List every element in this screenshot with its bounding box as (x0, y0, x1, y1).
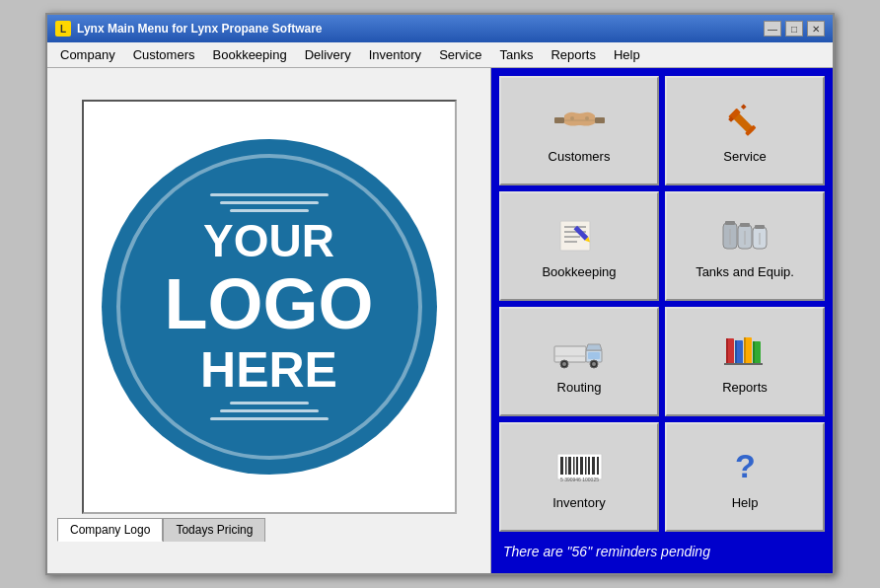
svg-point-31 (592, 362, 596, 366)
reports-button[interactable]: Reports (665, 307, 825, 416)
bookkeeping-button[interactable]: Bookkeeping (499, 191, 659, 301)
logo-line-1 (210, 193, 329, 196)
title-controls: — □ ✕ (764, 21, 825, 37)
tab-todays-pricing[interactable]: Todays Pricing (163, 518, 265, 542)
inventory-button[interactable]: 5 390946 100025 Inventory (499, 422, 659, 532)
logo-line-3 (230, 209, 309, 212)
customers-button[interactable]: Customers (499, 76, 659, 185)
button-grid: Customers (499, 76, 825, 532)
logo-line-2 (220, 201, 319, 204)
customers-icon (550, 99, 609, 143)
logo-your: YOUR (165, 216, 374, 266)
svg-rect-40 (744, 337, 746, 364)
svg-rect-19 (725, 221, 735, 225)
menu-item-tanks[interactable]: Tanks (490, 43, 542, 66)
svg-rect-32 (588, 352, 600, 359)
reports-icon (715, 330, 774, 374)
svg-rect-51 (588, 457, 590, 475)
logo-logo: LOGO (165, 265, 374, 343)
logo-line-4 (230, 402, 309, 404)
title-bar-left: L Lynx Main Menu for Lynx Propane Softwa… (55, 21, 322, 37)
logo-text: YOUR LOGO HERE (165, 216, 374, 399)
title-bar: L Lynx Main Menu for Lynx Propane Softwa… (47, 15, 833, 42)
menu-item-delivery[interactable]: Delivery (296, 43, 360, 66)
menu-item-service[interactable]: Service (430, 43, 490, 66)
logo-lines-bottom (210, 402, 329, 420)
svg-text:?: ? (735, 447, 756, 484)
help-label: Help (732, 495, 759, 510)
reports-label: Reports (722, 380, 768, 395)
svg-rect-47 (573, 457, 575, 475)
logo-container: YOUR LOGO HERE (82, 100, 457, 514)
bookkeeping-icon (550, 214, 609, 258)
svg-rect-39 (735, 340, 737, 364)
menu-item-company[interactable]: Company (51, 43, 124, 66)
svg-marker-27 (586, 344, 602, 350)
maximize-button[interactable]: □ (785, 21, 803, 37)
app-icon: L (55, 21, 71, 37)
svg-rect-50 (585, 457, 587, 475)
svg-point-3 (585, 116, 589, 120)
tanks-label: Tanks and Equip. (696, 264, 794, 279)
logo-circle: YOUR LOGO HERE (102, 139, 437, 475)
reminders-text: There are "56" reminders pending (499, 538, 825, 565)
svg-rect-44 (560, 457, 563, 475)
tanks-icon (715, 214, 774, 258)
window-title: Lynx Main Menu for Lynx Propane Software (77, 22, 322, 36)
svg-rect-53 (597, 457, 599, 475)
menu-item-reports[interactable]: Reports (542, 43, 605, 66)
tab-company-logo[interactable]: Company Logo (57, 518, 163, 542)
help-button[interactable]: ? Help (665, 422, 825, 532)
svg-rect-41 (753, 341, 755, 364)
menu-item-customers[interactable]: Customers (124, 43, 204, 66)
svg-rect-25 (554, 346, 586, 362)
menu-bar: CompanyCustomersBookkeepingDeliveryInven… (47, 42, 833, 68)
logo-panel: YOUR LOGO HERE Company Logo Todays Prici… (47, 68, 491, 573)
service-icon (715, 99, 774, 143)
help-icon: ? (715, 445, 774, 489)
inventory-icon: 5 390946 100025 (550, 445, 609, 489)
buttons-panel: Customers (491, 68, 833, 573)
bookkeeping-label: Bookkeeping (542, 264, 616, 279)
svg-rect-0 (554, 117, 564, 123)
routing-label: Routing (557, 380, 602, 395)
svg-rect-49 (580, 457, 583, 475)
svg-rect-1 (595, 117, 605, 123)
tanks-button[interactable]: Tanks and Equip. (665, 191, 825, 301)
menu-item-help[interactable]: Help (605, 43, 649, 66)
inventory-label: Inventory (552, 495, 605, 510)
service-button[interactable]: Service (665, 76, 825, 185)
menu-item-bookkeeping[interactable]: Bookkeeping (204, 43, 296, 66)
content-area: YOUR LOGO HERE Company Logo Todays Prici… (47, 68, 833, 573)
logo-line-5 (220, 409, 319, 412)
minimize-button[interactable]: — (764, 21, 781, 37)
svg-rect-45 (565, 457, 567, 475)
svg-rect-52 (592, 457, 595, 475)
close-button[interactable]: ✕ (807, 21, 825, 37)
svg-rect-48 (576, 457, 578, 475)
svg-point-2 (570, 116, 574, 120)
logo-tabs: Company Logo Todays Pricing (57, 518, 265, 542)
svg-rect-38 (726, 338, 728, 364)
svg-rect-46 (568, 457, 571, 475)
svg-text:5 390946 100025: 5 390946 100025 (560, 477, 599, 482)
svg-point-29 (562, 362, 566, 366)
service-label: Service (723, 149, 766, 164)
logo-lines-top (210, 193, 329, 212)
svg-rect-20 (740, 223, 750, 227)
routing-icon (550, 330, 609, 374)
logo-here: HERE (165, 343, 374, 398)
logo-line-6 (210, 417, 329, 420)
main-window: L Lynx Main Menu for Lynx Propane Softwa… (45, 13, 835, 575)
menu-item-inventory[interactable]: Inventory (360, 43, 430, 66)
customers-label: Customers (549, 149, 611, 164)
svg-rect-21 (755, 225, 765, 229)
svg-rect-8 (740, 104, 746, 110)
routing-button[interactable]: Routing (499, 307, 659, 416)
